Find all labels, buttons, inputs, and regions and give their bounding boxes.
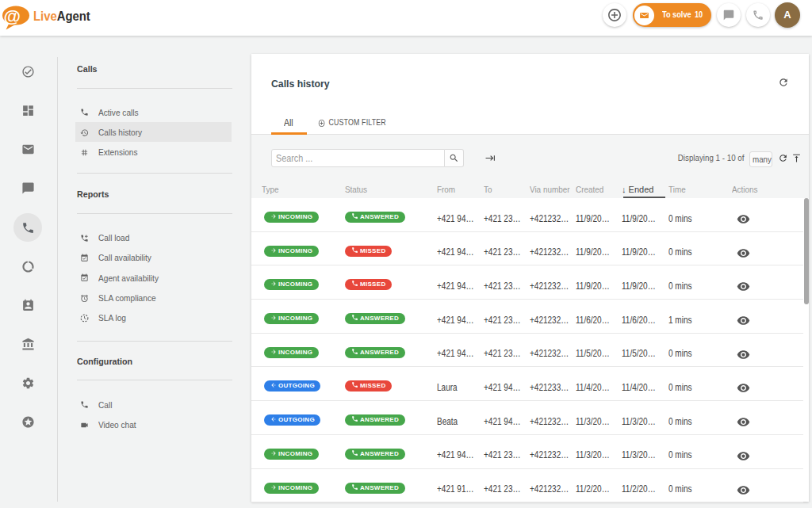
svg-text:@: @ bbox=[4, 6, 21, 26]
